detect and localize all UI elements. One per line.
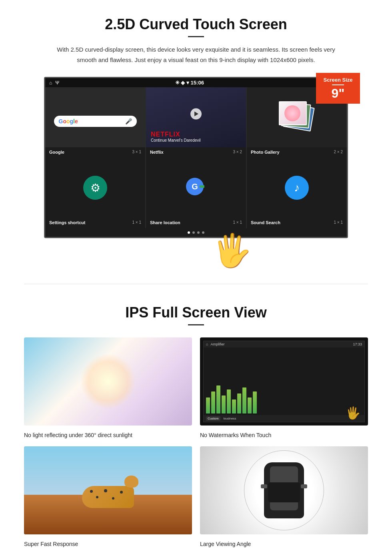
- google-search-bar[interactable]: Google 🎤: [54, 116, 137, 127]
- amp-home-icon: ⌂: [206, 342, 208, 346]
- eq-bar-1: [206, 397, 210, 413]
- status-bar: ⌂ Ψ ✳ ◈ ▾ 15:06 ⊡ ◁) ✕ ▭: [45, 78, 347, 87]
- eq-bar-5: [227, 389, 231, 413]
- settings-icon-circle: ⚙: [83, 176, 107, 200]
- feature-fast: Super Fast Response: [24, 446, 192, 547]
- netflix-app-name: Netflix: [150, 150, 164, 155]
- feature-label-angle: Large Viewing Angle: [200, 541, 368, 547]
- flower-image: [284, 105, 300, 121]
- section-ips: IPS Full Screen View No light reflecting…: [0, 300, 392, 558]
- app-cell-google[interactable]: Google 🎤: [45, 87, 145, 147]
- feature-img-cheetah-box: [24, 446, 192, 534]
- share-app-size: 1 × 1: [233, 220, 242, 225]
- app-cell-settings[interactable]: ⚙: [45, 158, 145, 218]
- location-icon: ◈: [181, 80, 185, 86]
- cheetah-spot-1: [90, 490, 93, 493]
- section2-title: IPS Full Screen View: [24, 304, 368, 321]
- home-icon[interactable]: ⌂: [49, 80, 52, 86]
- car-image: [200, 446, 368, 534]
- cheetah-image: [24, 446, 192, 534]
- share-cell-inner: G: [146, 158, 246, 218]
- screen-size-badge: Screen Size 9": [316, 73, 360, 104]
- car-rear: [270, 502, 298, 510]
- app-cell-sound[interactable]: ♪: [247, 158, 347, 218]
- car-roof: [268, 482, 300, 502]
- cheetah-spot-5: [120, 491, 123, 494]
- google-cell-inner: Google 🎤: [45, 87, 145, 147]
- eq-bar-6: [232, 399, 236, 413]
- app-label-sound: Sound Search 1 × 1: [247, 218, 347, 228]
- feature-grid: No light reflecting under 360° direct su…: [24, 337, 368, 547]
- eq-bar-9: [248, 397, 252, 413]
- cheetah-head: [124, 476, 138, 488]
- sound-app-name: Sound Search: [251, 220, 280, 225]
- device-wrapper: Screen Size 9" ⌂ Ψ ✳ ◈ ▾ 15:06 ⊡ ◁): [36, 77, 356, 238]
- amp-content: 🖐: [204, 347, 364, 415]
- google-app-name: Google: [49, 150, 64, 155]
- netflix-logo: NETFLIX: [151, 131, 180, 138]
- cheetah-spot-2: [96, 496, 98, 498]
- photo-stack: [279, 101, 315, 133]
- sunlight-glow: [80, 353, 136, 409]
- share-app-name: Share location: [150, 220, 180, 225]
- eq-bar-2: [211, 391, 215, 413]
- pointing-hand-icon: 🖐: [212, 232, 252, 269]
- google-mic-icon[interactable]: 🎤: [125, 118, 132, 124]
- badge-divider: [332, 84, 344, 85]
- feature-img-car-box: [200, 446, 368, 534]
- ips-title-underline: [188, 324, 204, 325]
- settings-app-size: 1 × 1: [132, 220, 141, 225]
- status-time: 15:06: [191, 80, 204, 86]
- feature-watermarks: ⌂ Amplifier 17:33: [200, 337, 368, 438]
- app-label-settings: Settings shortcut 1 × 1: [45, 218, 145, 228]
- car-mirror-right: [301, 484, 307, 488]
- amp-loudness: loudness: [224, 417, 236, 420]
- amp-title: Amplifier: [210, 342, 224, 346]
- settings-app-name: Settings shortcut: [49, 220, 85, 225]
- app-cell-share[interactable]: G: [146, 158, 246, 218]
- app-cell-netflix[interactable]: NETFLIX Continue Marvel's Daredevil: [146, 87, 246, 147]
- usb-icon: Ψ: [55, 80, 59, 86]
- cheetah-spot-4: [112, 497, 114, 500]
- status-left: ⌂ Ψ: [49, 80, 59, 86]
- status-center: ✳ ◈ ▾ 15:06: [59, 80, 320, 86]
- title-underline: [188, 36, 204, 37]
- amp-header: ⌂ Amplifier 17:33: [204, 341, 364, 347]
- app-label-row-1: Google 3 × 1 Netflix 3 × 2 Photo Gallery…: [45, 147, 347, 158]
- google-maps-icon: G: [186, 178, 206, 198]
- sound-app-size: 1 × 1: [334, 220, 343, 225]
- netflix-content: NETFLIX Continue Marvel's Daredevil: [146, 87, 246, 147]
- app-grid-bottom: ⚙ G ♪: [45, 158, 347, 218]
- bt-icon: ✳: [175, 80, 180, 86]
- netflix-play-button[interactable]: [190, 108, 202, 120]
- google-logo: Google: [59, 118, 78, 124]
- app-label-netflix: Netflix 3 × 2: [146, 147, 246, 158]
- photo-item-3: [279, 101, 307, 125]
- feature-label-fast: Super Fast Response: [24, 541, 192, 547]
- settings-cell-inner: ⚙: [45, 158, 145, 218]
- wifi-icon: ▾: [186, 80, 189, 86]
- hand-decoration-area: 🖐: [24, 232, 368, 256]
- feature-sunlight: No light reflecting under 360° direct su…: [24, 337, 192, 438]
- music-note-icon: ♪: [294, 181, 300, 194]
- car-windshield: [270, 466, 298, 482]
- section1-desc: With 2.5D curved-display screen, this de…: [56, 44, 336, 65]
- app-grid-top: Google 🎤 NETFLIX Continue Marve: [45, 87, 347, 147]
- amp-time: 17:33: [353, 342, 362, 346]
- android-screen: ⌂ Ψ ✳ ◈ ▾ 15:06 ⊡ ◁) ✕ ▭: [44, 77, 348, 238]
- amp-hand-icon: 🖐: [346, 406, 360, 420]
- sunlight-image: [24, 337, 192, 426]
- eq-bar-7: [237, 393, 241, 413]
- eq-bar-3: [216, 385, 220, 413]
- amp-screen: ⌂ Amplifier 17:33: [203, 341, 365, 422]
- cheetah-spot-3: [104, 489, 107, 492]
- google-app-size: 3 × 1: [132, 150, 141, 155]
- cheetah-body: [82, 486, 134, 508]
- feature-img-sunlight-box: [24, 337, 192, 426]
- app-label-google: Google 3 × 1: [45, 147, 145, 158]
- netflix-app-size: 3 × 2: [233, 150, 242, 155]
- feature-img-amplifier-box: ⌂ Amplifier 17:33: [200, 337, 368, 426]
- car-mirror-left: [261, 484, 267, 488]
- gear-icon: ⚙: [90, 181, 100, 195]
- amp-custom: Custom: [206, 416, 220, 421]
